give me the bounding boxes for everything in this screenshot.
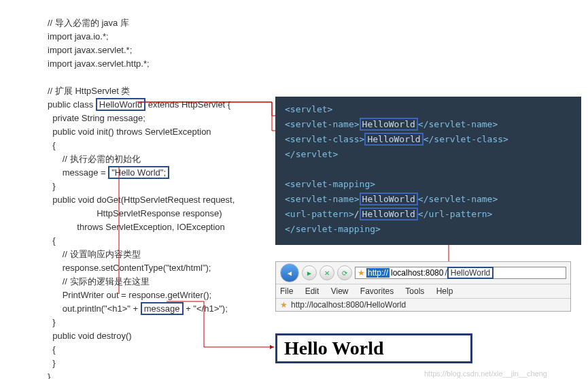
code-line: import javax.servlet.http.*; xyxy=(48,59,150,69)
browser-url-bar[interactable]: ★ http://localhost:8080/HelloWorld xyxy=(355,267,566,279)
favicon-icon: ★ xyxy=(356,268,366,278)
xml-tag: </servlet> xyxy=(285,149,338,159)
xml-config-panel: <servlet> <servlet-name>HelloWorld</serv… xyxy=(275,97,581,245)
code-line: PrintWriter out = response.getWriter(); xyxy=(48,290,211,300)
browser-stop-button[interactable]: ✕ xyxy=(319,265,334,280)
code-line: { xyxy=(48,140,56,150)
code-line: public class HelloWorld extends HttpServ… xyxy=(48,98,230,111)
code-line: response.setContentType("text/html"); xyxy=(48,263,211,273)
code-line: public void doGet(HttpServletRequest req… xyxy=(48,195,235,205)
comment: // 实际的逻辑是在这里 xyxy=(48,276,150,286)
code-line: private String message; xyxy=(48,113,145,123)
browser-nav-row: ◄ ► ✕ ⟳ ★ http://localhost:8080/HelloWor… xyxy=(276,262,570,284)
menu-favorites[interactable]: Favorites xyxy=(360,286,394,296)
xml-tag: </servlet-mapping> xyxy=(285,224,381,234)
code-line: } xyxy=(48,181,56,191)
xml-tag: <servlet-name> xyxy=(285,194,360,204)
url-path-box: HelloWorld xyxy=(447,267,494,279)
comment: // 导入必需的 java 库 xyxy=(48,18,129,28)
browser-menubar: File Edit View Favorites Tools Help xyxy=(276,284,570,299)
code-line: public void destroy() xyxy=(48,331,132,341)
code-line: } xyxy=(48,358,56,368)
mapping-name-box: HelloWorld xyxy=(360,193,418,205)
class-name-box: HelloWorld xyxy=(96,98,145,111)
message-var-box: message xyxy=(141,302,184,315)
code-line: import java.io.*; xyxy=(48,31,109,42)
servlet-name-box: HelloWorld xyxy=(360,118,418,131)
comment: // 设置响应内容类型 xyxy=(48,249,141,259)
xml-tag: </url-pattern> xyxy=(418,209,493,219)
xml-text: / xyxy=(354,209,360,219)
servlet-class-box: HelloWorld xyxy=(364,133,423,146)
java-code-panel: // 导入必需的 java 库 import java.io.*; import… xyxy=(48,3,292,379)
url-protocol: http:// xyxy=(366,268,390,278)
xml-tag: </servlet-class> xyxy=(423,134,508,144)
url-host: localhost:8080 xyxy=(390,268,445,278)
browser-refresh-button[interactable]: ⟳ xyxy=(337,265,352,280)
browser-forward-button[interactable]: ► xyxy=(302,265,317,280)
menu-file[interactable]: File xyxy=(280,286,293,296)
code-line: import javax.servlet.*; xyxy=(48,45,132,55)
code-line: throws ServletException, IOException xyxy=(48,222,225,232)
browser-window: ◄ ► ✕ ⟳ ★ http://localhost:8080/HelloWor… xyxy=(275,261,571,312)
comment: // 扩展 HttpServlet 类 xyxy=(48,86,130,96)
message-literal-box: "Hello World"; xyxy=(108,166,169,179)
xml-tag: </servlet-name> xyxy=(418,194,498,204)
code-line: } xyxy=(48,372,50,379)
code-line: { xyxy=(48,344,56,355)
menu-help[interactable]: Help xyxy=(436,286,453,296)
menu-view[interactable]: View xyxy=(331,286,349,296)
comment: // 执行必需的初始化 xyxy=(48,154,141,164)
tab-title: http://localhost:8080/HelloWorld xyxy=(291,300,406,310)
xml-tag: <servlet-mapping> xyxy=(285,179,375,189)
menu-edit[interactable]: Edit xyxy=(305,286,319,296)
code-line: HttpServletResponse response) xyxy=(48,208,222,218)
code-line: out.println("<h1>" + message + "</h1>"); xyxy=(48,302,228,315)
watermark: https://blog.csdn.net/xie__jin__cheng xyxy=(424,369,547,378)
output-heading: Hello World xyxy=(284,337,384,359)
xml-tag: <servlet-class> xyxy=(285,134,364,144)
code-line: } xyxy=(48,317,56,327)
xml-tag: <url-pattern> xyxy=(285,209,354,219)
tab-favicon-icon: ★ xyxy=(280,300,288,310)
xml-tag: <servlet> xyxy=(285,104,332,114)
browser-tab[interactable]: ★ http://localhost:8080/HelloWorld xyxy=(276,299,570,311)
code-line: public void init() throws ServletExcepti… xyxy=(48,127,211,137)
rendered-output-box: Hello World xyxy=(275,333,472,363)
code-line: { xyxy=(48,235,56,246)
url-pattern-box: HelloWorld xyxy=(360,208,418,220)
code-line: message = "Hello World"; xyxy=(48,166,169,179)
browser-back-button[interactable]: ◄ xyxy=(280,263,299,282)
xml-tag: <servlet-name> xyxy=(285,119,360,129)
xml-tag: </servlet-name> xyxy=(418,119,498,129)
menu-tools[interactable]: Tools xyxy=(405,286,424,296)
